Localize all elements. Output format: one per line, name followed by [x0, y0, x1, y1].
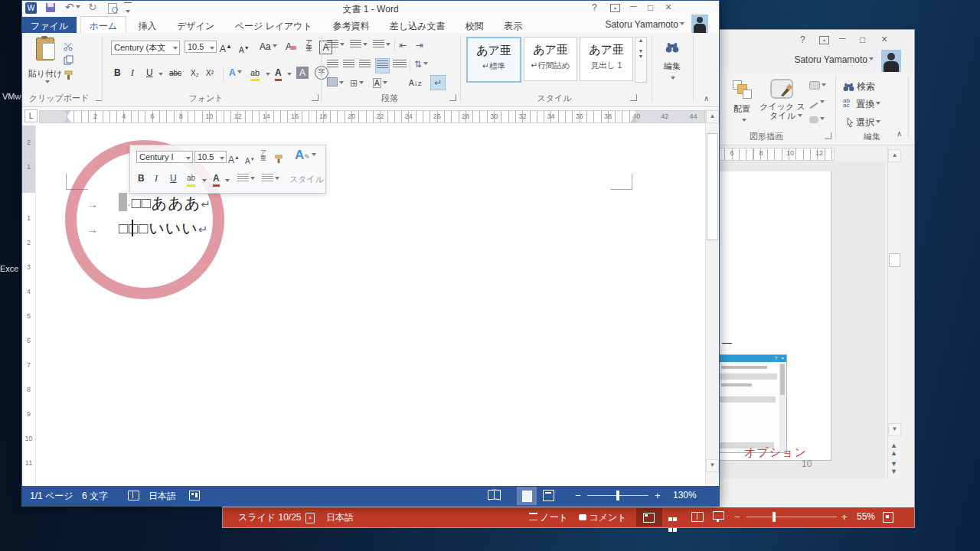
style-heading1[interactable]: あア亜 見出し 1: [580, 37, 633, 81]
text-highlight-button[interactable]: ab: [250, 67, 260, 81]
mini-bullets-button[interactable]: [237, 173, 255, 185]
ppt-shape-effects-button[interactable]: [809, 112, 825, 126]
align-right-button[interactable]: [359, 59, 371, 71]
mini-format-painter-button[interactable]: [274, 152, 283, 165]
redo-button[interactable]: ↻: [88, 1, 97, 13]
ppt-spellcheck-icon[interactable]: ×: [305, 513, 315, 523]
line-spacing-button[interactable]: ⇅: [414, 58, 428, 70]
ppt-zoom-slider-track[interactable]: [746, 517, 837, 517]
ppt-language-status[interactable]: 日本語: [326, 511, 354, 524]
ppt-arrange-button[interactable]: 配置: [727, 77, 757, 139]
align-left-button[interactable]: [327, 59, 338, 71]
font-size-combobox[interactable]: 10.5: [185, 41, 217, 53]
ppt-select-button[interactable]: 選択: [846, 116, 880, 129]
word-account-name[interactable]: Satoru Yamamoto: [585, 19, 684, 30]
ppt-reading-view-button[interactable]: [691, 512, 704, 522]
web-layout-button[interactable]: [543, 490, 554, 501]
strikethrough-button[interactable]: abc: [169, 67, 181, 80]
hanging-indent-marker[interactable]: [64, 117, 71, 122]
word-language-status[interactable]: 日本語: [149, 490, 176, 503]
word-maximize-button[interactable]: □: [648, 2, 653, 13]
desktop-icon-excel[interactable]: Exce: [0, 264, 18, 273]
print-layout-button[interactable]: [517, 487, 537, 505]
ppt-slide[interactable]: — ? × オプション: [719, 171, 831, 461]
word-zoom-slider-thumb[interactable]: [616, 491, 619, 500]
change-case-button[interactable]: Aa: [260, 41, 277, 53]
ppt-scroll-thumb[interactable]: [889, 253, 900, 267]
justify-button[interactable]: [375, 58, 390, 73]
ruby-button[interactable]: ア亜: [305, 39, 312, 51]
mini-font-name-combobox[interactable]: Century I: [136, 151, 193, 163]
ppt-notes-button[interactable]: ノート: [529, 511, 568, 524]
ppt-help-button[interactable]: ?: [800, 34, 805, 45]
distribute-button[interactable]: [393, 59, 407, 71]
style-normal[interactable]: あア亜 ↵標準: [466, 37, 521, 83]
ppt-account-name[interactable]: Satoru Yamamoto: [759, 54, 874, 65]
ppt-slide-sorter-button[interactable]: [668, 513, 677, 534]
shrink-font-button[interactable]: A▼: [239, 42, 250, 57]
bold-button[interactable]: B: [114, 67, 121, 79]
clear-formatting-button[interactable]: A: [286, 41, 296, 53]
mini-ruby-button[interactable]: ア亜: [260, 150, 266, 161]
word-ribbon-display-options-button[interactable]: ▴: [610, 4, 620, 12]
mini-font-color-button[interactable]: A: [213, 172, 220, 187]
multilevel-list-button[interactable]: [373, 39, 390, 51]
shading-button[interactable]: [327, 77, 344, 90]
word-collapse-ribbon-button[interactable]: ∧: [704, 94, 709, 103]
ppt-drawing-dialog-launcher[interactable]: [825, 132, 831, 139]
subscript-button[interactable]: X₂: [191, 67, 199, 80]
word-scroll-up-button[interactable]: ▲: [706, 110, 719, 123]
mini-font-size-combobox[interactable]: 10.5: [194, 151, 227, 163]
paragraph-dialog-launcher[interactable]: [449, 94, 456, 101]
word-zoom-out-button[interactable]: −: [575, 490, 581, 501]
ppt-account-avatar[interactable]: [881, 50, 901, 72]
copy-button[interactable]: [64, 53, 74, 67]
mini-italic-button[interactable]: I: [155, 172, 158, 184]
styles-dialog-launcher[interactable]: [630, 94, 637, 101]
ppt-previous-slide-button[interactable]: ▲▲: [890, 442, 897, 457]
save-button[interactable]: [46, 3, 55, 12]
word-zoom-in-button[interactable]: +: [655, 490, 661, 501]
ppt-fit-to-window-button[interactable]: [883, 512, 893, 523]
ppt-zoom-level[interactable]: 55%: [857, 511, 875, 522]
font-name-combobox[interactable]: Century (本文: [111, 41, 180, 55]
ppt-minimize-button[interactable]: ─: [839, 33, 846, 44]
style-no-spacing[interactable]: あア亜 ↵行間詰め: [524, 37, 577, 81]
borders-button[interactable]: ⊞: [350, 77, 364, 90]
mini-styles-label[interactable]: スタイル: [289, 173, 324, 185]
mini-highlight-button[interactable]: ab: [187, 172, 195, 187]
desktop-icon-vmware[interactable]: VMw: [2, 92, 21, 101]
ppt-maximize-button[interactable]: □: [860, 34, 865, 45]
numbering-button[interactable]: [350, 39, 368, 51]
align-center-button[interactable]: [343, 59, 354, 71]
ppt-zoom-slider-thumb[interactable]: [773, 512, 776, 522]
font-dialog-launcher[interactable]: [312, 94, 318, 101]
proofing-icon[interactable]: [128, 491, 139, 500]
bullets-button[interactable]: [327, 39, 345, 51]
word-vertical-scrollbar[interactable]: ▲ ▼: [705, 109, 719, 484]
mini-bold-button[interactable]: B: [138, 172, 145, 184]
ppt-vertical-scrollbar[interactable]: ▲ ▼ ▲▲ ▼▼: [887, 148, 901, 479]
ppt-horizontal-ruler[interactable]: 681012: [717, 148, 835, 161]
ppt-scroll-up-button[interactable]: ▲: [888, 149, 901, 162]
decrease-indent-button[interactable]: ⇤: [399, 39, 407, 51]
ppt-zoom-out-button[interactable]: −: [734, 511, 740, 523]
text-effects-button[interactable]: A: [229, 67, 242, 79]
tab-selector[interactable]: L: [24, 109, 38, 122]
grow-font-button[interactable]: A▲: [220, 41, 232, 55]
word-minimize-button[interactable]: ─: [630, 1, 637, 11]
cut-button[interactable]: [64, 39, 74, 53]
first-line-indent-marker[interactable]: [64, 110, 71, 116]
read-mode-button[interactable]: [488, 490, 501, 502]
ppt-zoom-in-button[interactable]: +: [841, 511, 848, 523]
ppt-ribbon-display-options-button[interactable]: ▴: [819, 36, 829, 44]
styles-gallery-scroll[interactable]: ▲▼▼: [635, 37, 647, 83]
page-indicator[interactable]: 1/1 ページ: [30, 490, 74, 503]
underline-button[interactable]: U: [146, 67, 153, 79]
ppt-replace-button[interactable]: abac 置換: [843, 98, 880, 111]
font-color-button[interactable]: A: [275, 67, 282, 81]
italic-button[interactable]: I: [131, 67, 134, 79]
show-editing-marks-button[interactable]: ↵: [430, 75, 446, 90]
mini-numbering-button[interactable]: [262, 173, 279, 185]
ppt-find-button[interactable]: 検索: [843, 80, 875, 93]
